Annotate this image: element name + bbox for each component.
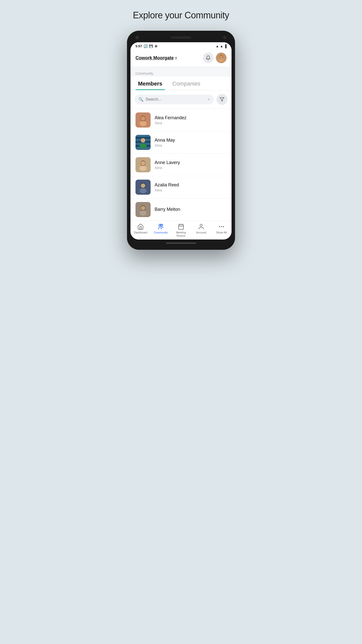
tab-companies[interactable]: Companies — [170, 76, 203, 90]
member-company: Xera — [155, 188, 227, 192]
member-company: Xera — [155, 143, 227, 147]
tabs-container: Members Companies — [130, 76, 232, 90]
header-icons — [203, 53, 227, 63]
sidebar-item-community[interactable]: Community — [151, 223, 171, 237]
bell-icon — [206, 55, 211, 60]
svg-point-17 — [141, 138, 145, 143]
chevron-down-icon: ▾ — [175, 56, 177, 60]
svg-point-29 — [141, 206, 145, 210]
person-icon — [198, 223, 204, 230]
search-input[interactable] — [146, 97, 206, 102]
content-area: Community Members Companies 🔍 × — [130, 67, 232, 221]
camera-cutout — [135, 36, 139, 39]
member-name: Anne Lavery — [155, 160, 227, 165]
svg-point-2 — [218, 58, 224, 62]
svg-marker-4 — [220, 98, 224, 101]
search-area: 🔍 × — [130, 90, 232, 108]
svg-point-3 — [220, 55, 223, 58]
member-name: Alea Fernandez — [155, 115, 227, 120]
signal-icon: ▲ — [220, 44, 223, 48]
svg-point-8 — [140, 121, 147, 126]
svg-point-41 — [221, 226, 222, 227]
list-item[interactable]: Azalia Reed Xera — [130, 176, 232, 198]
search-icon: 🔍 — [139, 97, 144, 102]
svg-point-30 — [140, 211, 147, 216]
svg-point-25 — [141, 183, 145, 188]
sidebar-item-account[interactable]: Account — [191, 223, 211, 237]
dnd-icon: ⊘ — [155, 44, 157, 48]
list-item[interactable]: Alea Fernandez Xera — [130, 109, 232, 131]
sensor — [223, 36, 227, 39]
member-avatar — [135, 112, 151, 128]
storage-icon: 💾 — [149, 44, 153, 48]
phone-notch — [130, 36, 232, 42]
app-header: Cowork Moorgate ▾ — [130, 50, 232, 67]
battery-icon: ▐ — [224, 44, 227, 48]
tab-members[interactable]: Members — [135, 76, 165, 90]
nav-label-account: Account — [196, 231, 206, 234]
svg-point-22 — [140, 166, 147, 171]
member-avatar — [135, 135, 151, 150]
nav-label-meeting-rooms: MeetingRooms — [176, 231, 186, 237]
user-avatar-button[interactable] — [216, 53, 227, 63]
calendar-icon — [178, 223, 184, 230]
community-icon — [158, 223, 164, 230]
notifications-button[interactable] — [203, 53, 213, 63]
sidebar-item-dashboard[interactable]: Dashboard — [130, 223, 151, 237]
member-info: Azalia Reed Xera — [155, 182, 227, 192]
sidebar-item-meeting-rooms[interactable]: MeetingRooms — [171, 223, 191, 237]
svg-point-26 — [140, 188, 147, 193]
dots-icon — [218, 223, 225, 230]
status-left: 5:57 🔄 💾 ⊘ — [135, 44, 157, 48]
member-info: Anna May Xera — [155, 138, 227, 147]
home-icon — [137, 223, 144, 230]
phone-bottom-bar — [130, 239, 232, 246]
list-item[interactable]: Barry Melton — [130, 198, 232, 221]
avatar-svg — [216, 53, 227, 63]
workspace-name-text: Cowork Moorgate — [135, 55, 174, 61]
member-company: Xera — [155, 166, 227, 170]
avatar — [216, 53, 227, 63]
svg-point-40 — [219, 226, 220, 227]
member-company: Xera — [155, 121, 227, 125]
svg-point-39 — [200, 224, 202, 226]
member-info: Alea Fernandez Xera — [155, 115, 227, 125]
member-name: Barry Melton — [155, 207, 227, 212]
section-label: Community — [130, 67, 232, 76]
search-bar[interactable]: 🔍 × — [134, 95, 214, 104]
home-indicator — [166, 243, 196, 244]
member-name: Azalia Reed — [155, 182, 227, 188]
status-bar: 5:57 🔄 💾 ⊘ ▲ ▲ ▐ — [130, 42, 232, 50]
nav-label-show-all: Show All — [216, 231, 227, 234]
clear-icon[interactable]: × — [208, 97, 210, 101]
status-right: ▲ ▲ ▐ — [216, 44, 227, 48]
speaker-grille — [171, 36, 191, 38]
phone-screen: 5:57 🔄 💾 ⊘ ▲ ▲ ▐ Cowork Moorgate ▾ — [130, 42, 232, 239]
filter-button[interactable] — [216, 94, 228, 105]
sync-icon: 🔄 — [144, 44, 148, 48]
svg-rect-35 — [178, 224, 184, 229]
member-info: Barry Melton — [155, 207, 227, 213]
list-item[interactable]: Anne Lavery Xera — [130, 154, 232, 176]
svg-point-18 — [140, 143, 147, 148]
svg-rect-10 — [135, 135, 151, 137]
workspace-selector[interactable]: Cowork Moorgate ▾ — [135, 55, 177, 61]
status-time: 5:57 — [135, 44, 142, 48]
member-avatar — [135, 202, 151, 217]
page-title: Explore your Community — [133, 10, 229, 21]
bottom-nav: Dashboard Community — [130, 221, 232, 239]
svg-point-21 — [141, 161, 145, 166]
nav-label-community: Community — [154, 231, 168, 234]
nav-label-dashboard: Dashboard — [134, 231, 147, 234]
filter-icon — [219, 97, 224, 102]
member-avatar — [135, 180, 151, 195]
member-info: Anne Lavery Xera — [155, 160, 227, 170]
list-item[interactable]: Anna May Xera — [130, 131, 232, 154]
svg-point-7 — [141, 116, 145, 121]
sidebar-item-show-all[interactable]: Show All — [211, 223, 232, 237]
wifi-icon: ▲ — [216, 44, 219, 48]
members-list: Alea Fernandez Xera — [130, 109, 232, 221]
member-avatar — [135, 157, 151, 172]
member-name: Anna May — [155, 138, 227, 143]
svg-point-42 — [223, 226, 223, 227]
